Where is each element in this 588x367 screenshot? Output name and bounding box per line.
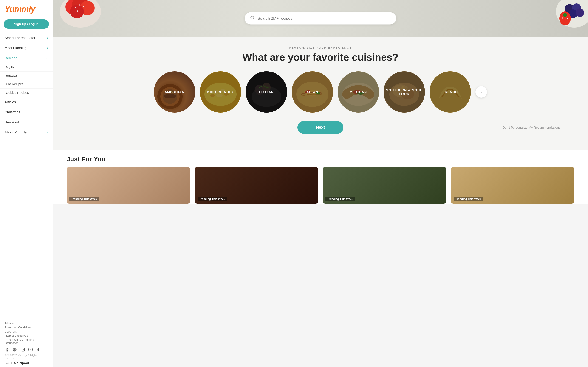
cuisine-american[interactable]: AMERICAN — [154, 71, 195, 113]
search-bar — [245, 12, 396, 25]
main-content: PERSONALIZE YOUR EXPERIENCE What are you… — [53, 0, 588, 367]
chevron-right-icon: › — [47, 131, 48, 134]
part-of-label: Part of — [5, 362, 12, 365]
sidebar-navigation: Smart Thermometer › Meal Planning › Reci… — [0, 33, 52, 318]
hero-food-decoration-right — [537, 0, 588, 37]
sidebar: Yummly Sign Up / Log In Smart Thermomete… — [0, 0, 53, 367]
sidebar-item-label: Smart Thermometer — [5, 36, 35, 40]
privacy-link[interactable]: Privacy — [5, 322, 48, 325]
svg-point-22 — [251, 16, 254, 19]
cuisine-italian[interactable]: ITALIAN — [246, 71, 287, 113]
instagram-icon[interactable] — [20, 347, 25, 352]
sidebar-item-articles[interactable]: Articles — [0, 97, 52, 107]
social-icons-row — [5, 347, 48, 352]
chevron-right-icon: › — [47, 46, 48, 50]
hero-food-decoration-left — [57, 0, 103, 37]
recipe-card-1[interactable]: Trending This Week — [67, 167, 190, 204]
chevron-right-icon: › — [47, 36, 48, 40]
cuisine-overlay: MEXICAN — [338, 71, 379, 113]
signup-button[interactable]: Sign Up / Log In — [4, 19, 49, 29]
cuisine-southern-soul-food[interactable]: SOUTHERN & SOUL FOOD — [384, 71, 425, 113]
cuisine-overlay: AMERICAN — [154, 71, 195, 113]
chevron-down-icon: ⌄ — [45, 56, 48, 60]
facebook-icon[interactable] — [5, 347, 10, 352]
cuisine-overlay: FRENCH — [430, 71, 471, 113]
copyright-notice: ®/™©2023 Yummly. All rights reserved. — [5, 354, 48, 359]
just-for-you-section: Just For You Trending This Week Trending… — [53, 150, 588, 204]
trending-badge: Trending This Week — [454, 197, 483, 201]
interest-ads-link[interactable]: Interest-Based Ads — [5, 334, 48, 337]
tiktok-icon[interactable] — [36, 347, 41, 352]
sidebar-item-pro-recipes[interactable]: Pro Recipes — [0, 80, 52, 89]
trending-badge: Trending This Week — [69, 197, 99, 201]
svg-point-18 — [563, 13, 567, 17]
trending-badge: Trending This Week — [326, 197, 355, 201]
logo-area: Yummly — [0, 0, 52, 18]
dont-personalize-link[interactable]: Don't Personalize My Recommendations — [502, 126, 561, 129]
sidebar-item-hanukkah[interactable]: Hanukkah — [0, 117, 52, 127]
cuisine-overlay: ITALIAN — [246, 71, 287, 113]
carousel-next-button[interactable]: › — [476, 86, 487, 98]
cuisine-kid-friendly[interactable]: KID-FRIENDLY — [200, 71, 241, 113]
do-not-sell-link[interactable]: Do Not Sell My Personal Information — [5, 338, 48, 345]
trending-badge: Trending This Week — [198, 197, 227, 201]
sidebar-item-recipes[interactable]: Recipes ⌄ — [0, 53, 52, 63]
search-icon — [250, 16, 255, 21]
cuisine-name: ASIAN — [304, 90, 320, 94]
hero-header — [53, 0, 588, 37]
personalize-title: What are your favorite cuisines? — [67, 52, 574, 63]
recipe-card-3[interactable]: Trending This Week — [323, 167, 446, 204]
sidebar-item-label: Hanukkah — [5, 120, 20, 124]
personalize-section: PERSONALIZE YOUR EXPERIENCE What are you… — [53, 37, 588, 150]
cuisine-name: MEXICAN — [347, 90, 369, 94]
logo-underline — [5, 14, 18, 15]
sidebar-item-smart-thermometer[interactable]: Smart Thermometer › — [0, 33, 52, 43]
sidebar-item-christmas[interactable]: Christmas — [0, 107, 52, 117]
terms-link[interactable]: Terms and Conditions — [5, 326, 48, 329]
app-logo[interactable]: Yummly — [5, 5, 48, 13]
sidebar-item-label: Recipes — [5, 56, 17, 60]
recipe-card-4[interactable]: Trending This Week — [451, 167, 574, 204]
cuisine-selection-row: AMERICAN KID- — [67, 71, 574, 113]
cuisine-name: KID-FRIENDLY — [205, 90, 236, 94]
search-container — [245, 12, 396, 25]
pinterest-icon[interactable] — [12, 347, 17, 352]
recipe-card-2[interactable]: Trending This Week — [195, 167, 318, 204]
whirlpool-attribution: Part of Whirlpool — [5, 361, 48, 365]
cuisine-name: SOUTHERN & SOUL FOOD — [384, 88, 425, 96]
sidebar-item-label: Christmas — [5, 110, 20, 114]
sidebar-item-label: Meal Planning — [5, 46, 26, 50]
cuisine-overlay: KID-FRIENDLY — [200, 71, 241, 113]
cuisine-overlay: ASIAN — [292, 71, 333, 113]
cuisine-name: FRENCH — [440, 90, 460, 94]
cuisine-asian[interactable]: ASIAN — [292, 71, 333, 113]
copyright-link[interactable]: Copyright — [5, 330, 48, 333]
action-row: Next Don't Personalize My Recommendation… — [67, 121, 574, 134]
recipe-cards-row: Trending This Week Trending This Week Tr… — [67, 167, 574, 204]
svg-point-7 — [70, 5, 84, 18]
sidebar-item-browse[interactable]: Browse — [0, 72, 52, 80]
personalize-label: PERSONALIZE YOUR EXPERIENCE — [67, 46, 574, 49]
cuisine-name: AMERICAN — [162, 90, 187, 94]
search-input[interactable] — [258, 16, 391, 21]
sidebar-item-label: About Yummly — [5, 130, 27, 134]
sidebar-item-meal-planning[interactable]: Meal Planning › — [0, 43, 52, 53]
just-for-you-title: Just For You — [67, 156, 574, 163]
sidebar-item-my-feed[interactable]: My Feed — [0, 63, 52, 72]
svg-marker-2 — [30, 349, 31, 350]
cuisine-french[interactable]: FRENCH — [430, 71, 471, 113]
cuisine-mexican[interactable]: MEXICAN — [338, 71, 379, 113]
svg-rect-0 — [21, 348, 25, 351]
sidebar-item-about-yummly[interactable]: About Yummly › — [0, 127, 52, 137]
sidebar-item-label: Articles — [5, 100, 16, 104]
svg-line-23 — [253, 19, 254, 19]
sidebar-item-guided-recipes[interactable]: Guided Recipes — [0, 89, 52, 97]
cuisine-name: ITALIAN — [257, 90, 276, 94]
svg-point-16 — [576, 8, 584, 17]
whirlpool-brand: Whirlpool — [13, 361, 29, 365]
next-button[interactable]: Next — [297, 121, 343, 134]
cuisine-overlay: SOUTHERN & SOUL FOOD — [384, 71, 425, 113]
sidebar-footer: Privacy Terms and Conditions Copyright I… — [0, 318, 52, 367]
youtube-icon[interactable] — [28, 347, 33, 352]
